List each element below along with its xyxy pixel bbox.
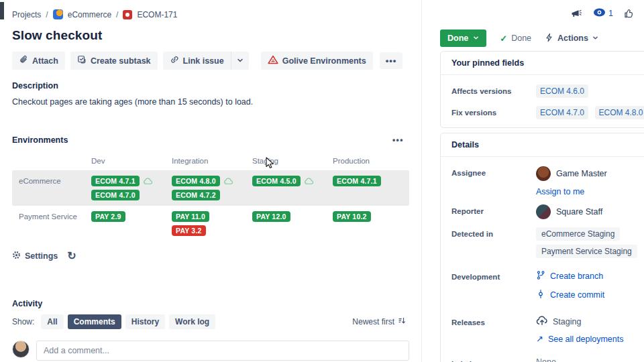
version-chip[interactable]: PAY 10.2	[333, 211, 371, 222]
version-chip[interactable]: PAY 2.9	[91, 211, 125, 222]
breadcrumb-separator: /	[46, 10, 48, 19]
pinned-fields-heading: Your pinned fields	[441, 52, 644, 75]
releases-label: Releases	[451, 316, 536, 344]
git-branch-icon	[536, 270, 545, 282]
cloud-upload-icon	[536, 316, 548, 327]
breadcrumb: Projects / eCommerce / ECOM-171	[12, 9, 409, 19]
filter-worklog-button[interactable]: Work log	[169, 314, 215, 329]
filter-all-button[interactable]: All	[41, 314, 63, 329]
version-chip[interactable]: ECOM 4.5.0	[252, 176, 301, 186]
reporter-value[interactable]: Square Staff	[536, 204, 644, 219]
activity-heading: Activity	[12, 299, 409, 308]
breadcrumb-projects[interactable]: Projects	[12, 10, 41, 19]
affects-version-chip[interactable]: ECOM 4.6.0	[536, 84, 588, 98]
golive-label: Golive Environments	[282, 56, 366, 66]
create-commit-label: Create commit	[550, 290, 604, 300]
fix-version-chip[interactable]: ECOM 4.7.0	[536, 106, 588, 119]
version-chip[interactable]: ECOM 4.7.1	[333, 176, 381, 186]
create-commit-link[interactable]: Create commit	[536, 289, 644, 301]
lightning-icon	[545, 33, 553, 44]
assignee-label: Assignee	[451, 166, 536, 196]
pinned-fields-card: Your pinned fields Affects versions ECOM…	[440, 51, 644, 128]
see-all-deployments-link[interactable]: ↗ See all deployments	[536, 334, 623, 344]
add-comment-input[interactable]	[36, 341, 409, 361]
resolution-label: Done	[511, 34, 531, 43]
filter-comments-button[interactable]: Comments	[68, 314, 121, 329]
column-header-production: Production	[333, 154, 409, 170]
assignee-value[interactable]: Game Master	[536, 166, 644, 181]
version-chip[interactable]: PAY 12.0	[252, 211, 290, 222]
column-header-dev: Dev	[91, 154, 172, 170]
status-dropdown-button[interactable]: Done	[440, 29, 486, 47]
refresh-icon[interactable]: ↻	[67, 251, 76, 261]
create-branch-link[interactable]: Create branch	[536, 270, 644, 282]
environments-table: Dev Integration Staging Production eComm…	[12, 154, 409, 241]
golive-environments-button[interactable]: Golive Environments	[261, 52, 373, 70]
see-all-deployments-label: See all deployments	[548, 335, 624, 344]
link-issue-split-button: Link issue	[163, 52, 249, 70]
sort-label: Newest first	[352, 317, 394, 326]
breadcrumb-project[interactable]: eCommerce	[68, 10, 111, 19]
release-environment-label: Staging	[553, 317, 581, 326]
page-title: Slow checkout	[12, 28, 409, 43]
deployment-cloud-icon	[304, 177, 314, 185]
create-subtask-button[interactable]: Create subtask	[70, 52, 158, 70]
status-row: Done ✓ Done Actions	[440, 29, 598, 47]
table-row-ecommerce: eCommerce ECOM 4.7.1 ECOM 4.7.0 ECOM 4.8…	[12, 170, 409, 206]
detected-in-chip[interactable]: Payment Service Staging	[536, 245, 637, 258]
sort-order-control[interactable]: Newest first	[352, 316, 409, 327]
attach-button[interactable]: Attach	[12, 52, 65, 70]
link-issue-label: Link issue	[183, 56, 224, 66]
create-subtask-label: Create subtask	[91, 56, 151, 66]
jira-issue-page: Projects / eCommerce / ECOM-171 Slow che…	[0, 0, 644, 362]
link-issue-button[interactable]: Link issue	[163, 52, 231, 70]
link-issue-caret-button[interactable]	[231, 52, 249, 70]
version-chip[interactable]: ECOM 4.7.1	[91, 176, 140, 186]
environments-more-button[interactable]: •••	[392, 135, 404, 145]
project-avatar-icon	[53, 9, 63, 19]
status-label: Done	[447, 34, 468, 43]
watch-vote-toolbar: 1	[570, 8, 635, 19]
version-chip-failed[interactable]: PAY 3.2	[172, 225, 206, 236]
release-environment[interactable]: Staging	[536, 316, 644, 327]
chevron-down-icon	[592, 34, 598, 43]
assignee-name: Game Master	[556, 169, 607, 178]
labels-label: Labels	[451, 357, 536, 362]
detected-in-chip[interactable]: eCommerce Staging	[536, 227, 620, 241]
labels-value: None	[536, 357, 644, 362]
more-actions-button[interactable]: •••	[380, 52, 403, 69]
version-chip[interactable]: ECOM 4.7.0	[91, 190, 140, 200]
fix-version-chip[interactable]: ECOM 4.8.0	[595, 106, 644, 119]
environments-section: Environments ••• Dev Integration Staging…	[12, 135, 409, 261]
description-section: Description Checkout pages are taking ag…	[12, 81, 409, 107]
version-chip[interactable]: ECOM 4.7.2	[172, 190, 220, 200]
deployment-cloud-icon	[143, 177, 153, 185]
reporter-name: Square Staff	[556, 207, 602, 217]
environments-heading: Environments	[12, 135, 68, 145]
filter-history-button[interactable]: History	[125, 314, 165, 329]
check-icon: ✓	[500, 34, 507, 44]
description-text[interactable]: Checkout pages are taking ages (more tha…	[12, 97, 409, 107]
watcher-count: 1	[608, 9, 613, 18]
eye-icon	[593, 8, 606, 19]
watchers-button[interactable]: 1	[593, 8, 613, 19]
issue-sidebar: 1 Done ✓ Done Actions Your pinned fields	[421, 0, 644, 362]
attach-label: Attach	[32, 56, 58, 66]
chevron-down-icon	[473, 34, 479, 43]
gear-icon	[12, 251, 21, 261]
feedback-megaphone-icon[interactable]	[570, 8, 582, 19]
chevron-down-icon	[237, 56, 244, 66]
golive-logo-icon	[268, 55, 278, 66]
breadcrumb-separator: /	[116, 10, 118, 19]
assign-to-me-link[interactable]: Assign to me	[536, 187, 584, 196]
actions-dropdown-button[interactable]: Actions	[545, 33, 598, 44]
version-chip[interactable]: PAY 11.0	[172, 211, 209, 222]
vote-thumbs-up-icon[interactable]	[624, 8, 635, 19]
breadcrumb-issue-key[interactable]: ECOM-171	[137, 10, 177, 19]
affects-versions-label: Affects versions	[451, 84, 536, 98]
fix-versions-label: Fix versions	[451, 106, 536, 119]
activity-section: Activity Show: All Comments History Work…	[12, 299, 409, 362]
resolution-indicator: ✓ Done	[500, 34, 531, 44]
settings-button[interactable]: Settings	[12, 251, 58, 261]
version-chip[interactable]: ECOM 4.8.0	[172, 176, 220, 186]
